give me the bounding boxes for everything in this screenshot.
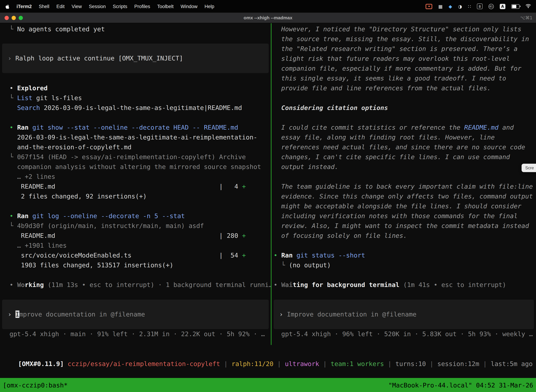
omx-mode: ultrawork — [285, 360, 319, 367]
app-menu-iterm2[interactable]: iTerm2 — [13, 4, 35, 9]
prompt-input-line: › Improve documentation in @filename — [274, 309, 416, 319]
working-label: rking — [25, 281, 44, 288]
ran-git-log-line: • Ran git log --oneline --decorate -n 5 … — [0, 211, 271, 221]
desktop: iTerm2 Shell Edit View Session Scripts P… — [0, 0, 536, 392]
ran-git-status-line: • Ran git status --short — [272, 250, 536, 260]
command-result: (no output) — [289, 261, 331, 269]
menu-toolbelt[interactable]: Toolbelt — [154, 4, 177, 9]
battery-icon[interactable] — [511, 4, 519, 9]
waiting-label-dim: Wai — [281, 281, 293, 288]
tmux-session-name: [omx-cczip0:bash* — [3, 381, 67, 389]
diffstat-file: src/voice/voiceModeEnabled.ts | 54 — [10, 252, 242, 259]
menu-bar: iTerm2 Shell Edit View Session Scripts P… — [0, 0, 536, 13]
menu-session[interactable]: Session — [85, 4, 109, 9]
separator: | — [384, 360, 396, 367]
thinking-line: I could cite commit statistics or refere… — [272, 123, 536, 132]
thinking-paragraph: The team guideline is to back every impo… — [272, 182, 536, 241]
ran-label: Ran — [281, 252, 293, 259]
bullet: • — [10, 281, 17, 288]
thinking-paragraph: essay file, along with finding root file… — [272, 132, 536, 172]
search-args: 2026-03-09-is-legal-the-same-as-legitima… — [40, 104, 242, 111]
apple-menu-icon[interactable] — [5, 4, 10, 9]
separator: | — [319, 360, 330, 367]
window-title-bar[interactable]: omx --xhigh --madmax ⌥⌘1 — [0, 13, 536, 23]
prompt-input-line: › Improve documentation in @filename — [2, 309, 145, 319]
command-text: git log --oneline --decorate -n 5 --stat — [29, 212, 185, 219]
zoom-button[interactable] — [19, 16, 23, 20]
search-keyword: Search — [17, 104, 40, 111]
wifi-icon[interactable] — [526, 4, 531, 9]
tmux-status-bar[interactable]: [omx-cczip0:bash* "MacBook-Pro-44.local"… — [0, 378, 536, 392]
diffstat-plus: + — [242, 232, 246, 239]
prompt-chevron: › — [8, 311, 15, 318]
omx-team: team:1 workers — [330, 360, 384, 367]
separator: | — [220, 360, 231, 367]
commit-summary: └ 067f154 (HEAD -> essay/ai-reimplementa… — [0, 152, 271, 182]
battery-percent-icon[interactable]: 61 — [488, 4, 494, 9]
bullet: • — [10, 84, 17, 92]
changed-file-names: 2026-03-09-is-legal-the-same-as-legitima… — [0, 132, 271, 152]
minimize-button[interactable] — [12, 16, 16, 20]
menu-edit[interactable]: Edit — [53, 4, 68, 9]
battery-fill — [512, 5, 516, 8]
explored-label: Explored — [17, 84, 48, 92]
diffstat-file: README.md | 4 — [10, 183, 242, 190]
contrast-icon[interactable]: ◑ — [458, 4, 462, 9]
menu-shell[interactable]: Shell — [35, 4, 53, 9]
omx-last-activity: last:5m ago — [491, 360, 532, 367]
working-label-dim: Wo — [17, 281, 25, 288]
menu-profiles[interactable]: Profiles — [131, 4, 154, 9]
thinking-paragraph: However, I noticed the "Directory Struct… — [272, 24, 536, 93]
terminal-area: └ No agents completed yet › Ralph loop a… — [0, 23, 536, 345]
omx-version: [OMX#0.11.9] — [18, 360, 68, 367]
grid-icon[interactable]: ▦ — [438, 4, 443, 9]
omx-session-time: session:12m — [437, 360, 479, 367]
diffstat-plus: + — [242, 252, 246, 259]
ran-label: Ran — [17, 124, 29, 131]
list-args: git ls-files — [32, 94, 82, 102]
prompt-input-left[interactable]: › Improve documentation in @filename — [2, 300, 269, 329]
text-cursor: I — [15, 311, 19, 318]
screen-popup[interactable]: Scre — [522, 164, 536, 172]
bullet: • — [10, 124, 17, 131]
diffstat-summary: 2 files changed, 92 insertions(+) — [0, 191, 271, 201]
omx-branch: cczip/essay/ai-reimplementation-copyleft — [68, 360, 220, 367]
thinking-text: I could cite commit statistics or refere… — [274, 124, 464, 131]
separator: | — [426, 360, 437, 367]
waiting-label: ting for background terminal — [293, 281, 399, 288]
diffstat-plus: + — [242, 183, 246, 190]
explored-line: • Explored — [0, 83, 271, 93]
thinking-heading: Considering citation options — [272, 103, 536, 113]
input-source-icon[interactable]: A — [500, 4, 505, 9]
diffstat-line: README.md | 4 + — [0, 182, 271, 191]
search-line: Search 2026-03-09-is-legal-the-same-as-l… — [0, 103, 271, 113]
menu-bar-status-area: ▦ ◆ ◑ ∷ 8 61 A — [426, 4, 531, 9]
dots-grid-icon[interactable]: ∷ — [468, 4, 471, 9]
menu-view[interactable]: View — [68, 4, 85, 9]
screen-recording-icon[interactable] — [426, 4, 432, 9]
command-text: git show --stat --oneline --decorate HEA… — [29, 124, 238, 131]
spark-icon[interactable]: ◆ — [449, 4, 452, 9]
session-stats-left: gpt-5.4 xhigh · main · 91% left · 2.31M … — [0, 329, 271, 339]
menu-help[interactable]: Help — [201, 4, 218, 9]
left-terminal-pane[interactable]: └ No agents completed yet › Ralph loop a… — [0, 23, 271, 345]
list-keyword: List — [17, 94, 32, 102]
command-text: git status --short — [293, 252, 365, 259]
prompt-placeholder: Improve documentation in @filename — [287, 311, 416, 318]
branch-glyph: └ — [10, 94, 17, 102]
menu-scripts[interactable]: Scripts — [109, 4, 131, 9]
working-detail: (11m 13s • esc to interrupt) · 1 backgro… — [44, 281, 271, 288]
bullet: • — [10, 212, 17, 219]
battery-nub — [520, 5, 520, 7]
ralph-loop-text: Ralph loop active continue [OMX_TMUX_INJ… — [15, 54, 183, 62]
omx-status-bar: [OMX#0.11.9] cczip/essay/ai-reimplementa… — [0, 345, 536, 362]
indent — [10, 104, 17, 111]
prompt-input-right[interactable]: › Improve documentation in @filename — [274, 300, 534, 329]
numpad-icon[interactable]: 8 — [477, 4, 483, 9]
close-button[interactable] — [5, 16, 9, 20]
window-hotkey: ⌥⌘1 — [520, 15, 536, 20]
right-terminal-pane[interactable]: However, I noticed the "Directory Struct… — [272, 23, 536, 345]
readme-link[interactable]: README.md — [464, 124, 498, 131]
menu-window[interactable]: Window — [177, 4, 201, 9]
ralph-loop-line: › Ralph loop active continue [OMX_TMUX_I… — [2, 53, 183, 63]
